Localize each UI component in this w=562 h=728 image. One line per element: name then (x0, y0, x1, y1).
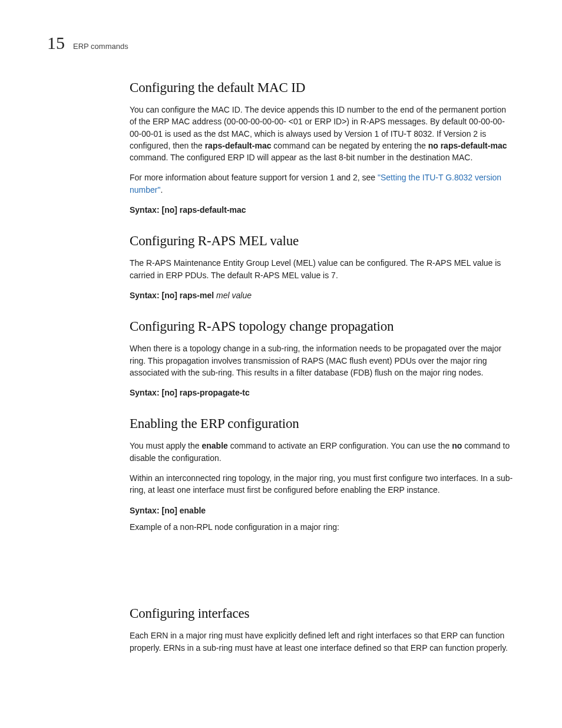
paragraph: When there is a topology change in a sub… (130, 342, 515, 378)
syntax-line: Syntax: [no] enable (130, 505, 515, 516)
heading-topology: Configuring R-APS topology change propag… (130, 319, 515, 334)
syntax-command: [no] raps-default-mac (160, 205, 246, 215)
heading-enable: Enabling the ERP configuration (130, 416, 515, 431)
syntax-label: Syntax: (130, 388, 160, 397)
syntax-line: Syntax: [no] raps-mel mel value (130, 289, 515, 301)
syntax-label: Syntax: (130, 205, 160, 215)
heading-interfaces: Configuring interfaces (130, 606, 515, 621)
heading-mac-id: Configuring the default MAC ID (130, 80, 515, 95)
paragraph: Within an interconnected ring topology, … (130, 472, 515, 496)
chapter-number: 15 (47, 34, 65, 52)
spacer (130, 541, 515, 588)
paragraph: Example of a non-RPL node configuration … (130, 521, 515, 533)
chapter-title: ERP commands (73, 42, 128, 51)
paragraph: The R-APS Maintenance Entity Group Level… (130, 257, 515, 281)
text: You must apply the (130, 441, 201, 450)
syntax-label: Syntax: (130, 506, 160, 515)
syntax-command: [no] enable (160, 506, 206, 515)
command-name: raps-default-mac (205, 141, 272, 150)
paragraph: For more information about feature suppo… (130, 172, 515, 196)
text: command can be negated by entering the (271, 141, 428, 150)
command-name: no (452, 441, 462, 450)
running-header: 15 ERP commands (47, 34, 515, 52)
paragraph: Each ERN in a major ring must have expli… (130, 630, 515, 654)
syntax-argument: mel value (216, 291, 252, 300)
paragraph: You can configure the MAC ID. The device… (130, 104, 515, 163)
command-name: no raps-default-mac (428, 141, 507, 150)
content-column: Configuring the default MAC ID You can c… (130, 80, 515, 654)
command-name: enable (201, 441, 227, 450)
syntax-line: Syntax: [no] raps-default-mac (130, 204, 515, 216)
syntax-command: [no] raps-mel (160, 291, 216, 300)
text: . (160, 185, 163, 195)
page: 15 ERP commands Configuring the default … (0, 0, 562, 728)
text: command. The configured ERP ID will appe… (130, 153, 472, 162)
text: command to activate an ERP configuration… (228, 441, 452, 450)
syntax-label: Syntax: (130, 291, 160, 300)
heading-mel: Configuring R-APS MEL value (130, 233, 515, 249)
paragraph: You must apply the enable command to act… (130, 440, 515, 464)
syntax-command: [no] raps-propagate-tc (160, 388, 250, 397)
syntax-line: Syntax: [no] raps-propagate-tc (130, 387, 515, 398)
text: For more information about feature suppo… (130, 173, 378, 182)
